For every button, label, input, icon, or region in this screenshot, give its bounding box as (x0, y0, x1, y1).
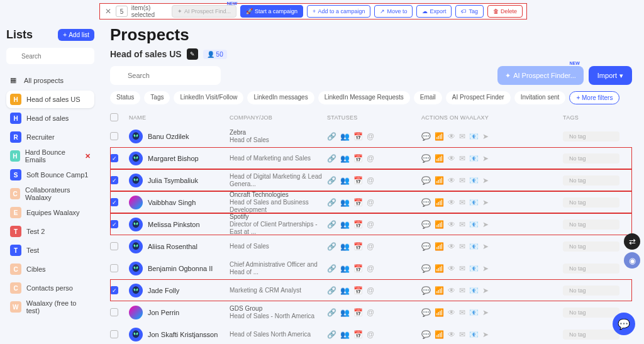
rss-icon[interactable]: 📶 (435, 264, 444, 273)
filter-chip[interactable]: LinkedIn Message Requests (318, 91, 410, 104)
filter-chip[interactable]: Email (414, 91, 442, 104)
sidebar-all-prospects[interactable]: ▦ All prospects (6, 72, 94, 89)
no-tag-button[interactable]: No tag (563, 264, 619, 274)
rss-icon[interactable]: 📶 (435, 220, 444, 229)
envelope-icon[interactable]: 📧 (469, 330, 479, 339)
people-icon[interactable]: 👥 (340, 242, 350, 251)
at-icon[interactable]: @ (367, 242, 374, 251)
chat-icon[interactable]: 💬 (421, 330, 431, 339)
calendar-icon[interactable]: 📅 (353, 264, 363, 273)
link-icon[interactable]: 🔗 (327, 220, 336, 229)
send-icon[interactable]: ➤ (482, 264, 489, 273)
link-icon[interactable]: 🔗 (327, 286, 336, 295)
table-row[interactable]: Aliisa RosenthalHead of Sales🔗👥📅@💬📶👁✉📧➤N… (110, 235, 632, 257)
table-row[interactable]: Margaret BishopHead of Marketing and Sal… (110, 147, 632, 169)
at-icon[interactable]: @ (367, 198, 374, 207)
chat-bubble-button[interactable]: 💬 (613, 313, 635, 335)
link-icon[interactable]: 🔗 (327, 308, 336, 317)
chat-icon[interactable]: 💬 (421, 198, 431, 207)
sidebar-item[interactable]: CCibles (6, 260, 94, 278)
at-icon[interactable]: @ (367, 176, 374, 185)
sidebar-item[interactable]: CContacts perso (6, 279, 94, 297)
sidebar-item[interactable]: HHard Bounce Emails✕ (6, 147, 94, 165)
envelope-icon[interactable]: 📧 (469, 264, 479, 273)
calendar-icon[interactable]: 📅 (353, 132, 363, 141)
table-row[interactable]: Jade FollyMarketing & CRM Analyst🔗👥📅@💬📶👁… (110, 279, 632, 301)
people-icon[interactable]: 👥 (340, 176, 350, 185)
mail-icon[interactable]: ✉ (459, 132, 465, 141)
envelope-icon[interactable]: 📧 (469, 242, 479, 251)
mail-icon[interactable]: ✉ (459, 198, 465, 207)
edit-button[interactable]: ✎ (187, 48, 198, 60)
calendar-icon[interactable]: 📅 (353, 176, 363, 185)
at-icon[interactable]: @ (367, 286, 374, 295)
mail-icon[interactable]: ✉ (459, 154, 465, 163)
people-icon[interactable]: 👥 (340, 132, 350, 141)
row-checkbox[interactable] (110, 176, 118, 184)
mail-icon[interactable]: ✉ (459, 242, 465, 251)
send-icon[interactable]: ➤ (482, 242, 489, 251)
calendar-icon[interactable]: 📅 (353, 330, 363, 339)
sidebar-item[interactable]: RRecruiter (6, 128, 94, 146)
table-row[interactable]: Jon Skafti KristjanssonHead of Sales Nor… (110, 323, 632, 344)
no-tag-button[interactable]: No tag (563, 197, 619, 208)
no-tag-button[interactable]: No tag (563, 286, 619, 296)
send-icon[interactable]: ➤ (482, 154, 489, 163)
send-icon[interactable]: ➤ (482, 308, 489, 317)
calendar-icon[interactable]: 📅 (353, 154, 363, 163)
calendar-icon[interactable]: 📅 (353, 308, 363, 317)
row-checkbox[interactable] (110, 308, 118, 316)
chat-icon[interactable]: 💬 (421, 242, 431, 251)
envelope-icon[interactable]: 📧 (469, 286, 479, 295)
envelope-icon[interactable]: 📧 (469, 308, 479, 317)
sidebar-item[interactable]: WWaalaxy (free to test) (6, 298, 94, 316)
sidebar-item[interactable]: TTest 2 (6, 223, 94, 240)
eye-icon[interactable]: 👁 (448, 264, 455, 273)
calendar-icon[interactable]: 📅 (353, 198, 363, 207)
chat-icon[interactable]: 💬 (421, 308, 431, 317)
people-icon[interactable]: 👥 (340, 286, 350, 295)
link-icon[interactable]: 🔗 (327, 330, 336, 339)
ai-prospect-finder-button[interactable]: ✦ AI Prospect Finder... NEW (497, 66, 584, 85)
add-to-campaign-button[interactable]: + Add to a campaign (307, 5, 370, 18)
mail-icon[interactable]: ✉ (459, 286, 465, 295)
people-icon[interactable]: 👥 (340, 264, 350, 273)
sidebar-item[interactable]: TTest (6, 241, 94, 259)
no-tag-button[interactable]: No tag (563, 153, 619, 164)
prospect-search-input[interactable] (110, 66, 221, 85)
delete-button[interactable]: 🗑 Delete (487, 5, 523, 18)
link-icon[interactable]: 🔗 (327, 242, 336, 251)
calendar-icon[interactable]: 📅 (353, 286, 363, 295)
table-row[interactable]: Benjamin Ogbonna IIChief Administrative … (110, 257, 632, 279)
filter-chip[interactable]: Status (110, 91, 140, 104)
table-row[interactable]: Banu OzdilekZebraHead of Sales🔗👥📅@💬📶👁✉📧➤… (110, 125, 632, 147)
sidebar-search-input[interactable] (6, 48, 94, 64)
chat-icon[interactable]: 💬 (421, 154, 431, 163)
filter-chip[interactable]: Tags (144, 91, 170, 104)
export-button[interactable]: ☁ Export (416, 5, 452, 18)
mail-icon[interactable]: ✉ (459, 308, 465, 317)
send-icon[interactable]: ➤ (482, 330, 489, 339)
rss-icon[interactable]: 📶 (435, 198, 444, 207)
close-icon[interactable]: ✕ (104, 6, 112, 16)
row-checkbox[interactable] (110, 198, 118, 206)
link-icon[interactable]: 🔗 (327, 264, 336, 273)
no-tag-button[interactable]: No tag (563, 308, 619, 318)
at-icon[interactable]: @ (367, 132, 374, 141)
eye-icon[interactable]: 👁 (448, 330, 455, 339)
link-icon[interactable]: 🔗 (327, 132, 336, 141)
at-icon[interactable]: @ (367, 154, 374, 163)
select-all-checkbox[interactable] (110, 113, 118, 121)
table-row[interactable]: Vaibbhav SinghOncraft TechnologiesHead o… (110, 191, 632, 213)
chat-icon[interactable]: 💬 (421, 264, 431, 273)
eye-icon[interactable]: 👁 (448, 198, 455, 207)
rss-icon[interactable]: 📶 (435, 286, 444, 295)
sidebar-item[interactable]: HHead of sales (6, 109, 94, 127)
mail-icon[interactable]: ✉ (459, 176, 465, 185)
row-checkbox[interactable] (110, 330, 118, 338)
rss-icon[interactable]: 📶 (435, 308, 444, 317)
more-filters-button[interactable]: + More filters (569, 91, 619, 104)
chat-icon[interactable]: 💬 (421, 220, 431, 229)
mail-icon[interactable]: ✉ (459, 220, 465, 229)
move-to-button[interactable]: ↗ Move to (374, 5, 413, 18)
